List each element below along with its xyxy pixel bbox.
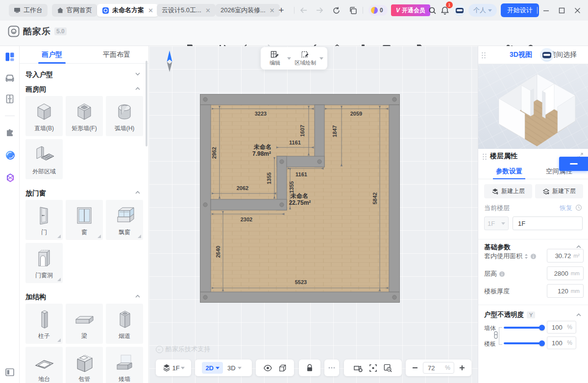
more-tools-handle[interactable] <box>324 359 339 376</box>
info-icon[interactable] <box>499 271 505 277</box>
camera-settings-icon[interactable] <box>351 361 365 374</box>
chevron-up-icon[interactable] <box>135 87 140 92</box>
info-icon[interactable] <box>530 253 537 260</box>
tab-3d-view[interactable]: 3D视图 <box>510 46 532 64</box>
tool-bay-window[interactable]: 飘窗 <box>106 200 143 240</box>
new-upper-floor-button[interactable]: 新建上层 <box>484 184 532 198</box>
drag-handle-icon[interactable] <box>482 153 487 160</box>
start-design-button[interactable]: 开始设计 <box>501 3 539 17</box>
panel-toggle-icon[interactable] <box>5 367 15 377</box>
tab-homepage[interactable]: 官网首页 <box>52 4 97 17</box>
nav-back-icon[interactable] <box>299 5 309 15</box>
mode-2d-button[interactable]: 2D <box>202 362 223 374</box>
plugins-icon[interactable] <box>5 127 15 137</box>
wall-opacity-field[interactable]: % <box>547 321 576 334</box>
north-compass-icon[interactable] <box>166 50 173 72</box>
new-tab-button[interactable]: + <box>274 4 288 17</box>
floor-height-field[interactable]: mm <box>547 266 584 280</box>
close-tab-icon[interactable]: ✕ <box>205 7 211 14</box>
wall-opacity-input[interactable] <box>551 323 567 332</box>
search-icon[interactable] <box>427 5 437 15</box>
new-lower-floor-button[interactable]: 新建下层 <box>535 184 583 198</box>
section-add-structure[interactable]: 加结构 <box>25 293 46 302</box>
window-maximize-button[interactable] <box>557 5 566 15</box>
refresh-icon[interactable] <box>331 5 341 15</box>
account-menu[interactable]: 个人 <box>468 4 497 17</box>
region-draw-tool[interactable]: 区域绘制 <box>293 50 318 67</box>
slab-thickness-input[interactable] <box>551 287 569 295</box>
copy-page-icon[interactable] <box>348 5 358 15</box>
panel-scrollbar[interactable] <box>146 61 147 146</box>
tab-plane-layout[interactable]: 平面布置 <box>84 46 149 64</box>
visibility-eye-icon[interactable] <box>261 361 274 374</box>
slab-opacity-slider[interactable] <box>504 342 542 344</box>
cube-view-icon[interactable] <box>275 361 289 374</box>
section-draw-rooms[interactable]: 画房间 <box>25 85 46 94</box>
edit-tool[interactable]: 编辑 <box>265 50 285 67</box>
chevron-down-icon[interactable] <box>135 72 140 77</box>
floorplan-drawing[interactable]: 3223 2059 1607 1847 1161 2962 1355 2062 … <box>200 94 400 303</box>
usable-area-input[interactable] <box>551 252 572 260</box>
floor-selector[interactable]: 1F <box>156 359 191 376</box>
drag-handle-icon[interactable] <box>481 52 486 59</box>
slider-knob[interactable] <box>539 325 545 331</box>
3d-preview[interactable] <box>478 64 588 149</box>
tool-beam[interactable]: 梁 <box>66 304 103 344</box>
window-minimize-button[interactable] <box>541 5 551 15</box>
restore-link[interactable]: 恢复 <box>560 204 572 213</box>
tab-2026-interior[interactable]: 2026室内装修... ✕ <box>216 4 280 17</box>
wall-opacity-slider[interactable] <box>504 327 542 329</box>
floor-select[interactable]: 1F <box>484 216 509 230</box>
focus-center-icon[interactable] <box>366 361 380 374</box>
tab-unnamed-plan[interactable]: 未命名方案 ✕ <box>97 4 158 17</box>
collapse-flyout-button[interactable] <box>559 157 588 171</box>
chevron-up-icon[interactable] <box>135 294 140 299</box>
tool-column[interactable]: 柱子 <box>25 304 63 344</box>
tool-arc-wall[interactable]: 弧墙(H) <box>106 96 143 136</box>
mode-3d-button[interactable]: 3D <box>224 362 245 374</box>
tab-workbench[interactable]: 工作台 <box>9 4 48 17</box>
tool-opening[interactable]: 门窗洞 <box>25 243 63 283</box>
zoom-area-icon[interactable] <box>381 361 394 374</box>
floorplan-canvas[interactable]: 编辑 区域绘制 <box>149 46 478 383</box>
tool-flue[interactable]: 烟道 <box>106 304 143 344</box>
link-sliders-icon[interactable] <box>493 331 499 339</box>
assistant-avatar[interactable] <box>540 48 554 62</box>
slider-knob[interactable] <box>539 340 545 346</box>
slab-opacity-input[interactable] <box>551 339 567 347</box>
tool-door[interactable]: 门 <box>25 200 63 240</box>
tab-cloud-design[interactable]: 云设计5.0工... ✕ <box>157 4 216 17</box>
floor-name-field[interactable] <box>513 216 583 230</box>
lock-icon[interactable] <box>303 361 317 374</box>
coin-balance[interactable]: 0 <box>368 5 388 16</box>
furnish-mode-icon[interactable] <box>5 73 15 83</box>
chevron-down-icon[interactable] <box>319 57 323 60</box>
close-tab-icon[interactable]: ✕ <box>148 7 153 14</box>
nav-forward-icon[interactable] <box>315 5 324 15</box>
tab-draw-floorplan[interactable]: 画户型 <box>20 46 84 64</box>
history-clock-icon[interactable] <box>575 204 582 211</box>
tool-platform[interactable]: 地台 <box>25 347 63 383</box>
custom-cabinet-icon[interactable] <box>5 94 15 104</box>
section-import-floorplan[interactable]: 导入户型 <box>25 71 53 79</box>
tool-window[interactable]: 窗 <box>66 200 103 240</box>
floor-name-input[interactable] <box>517 219 578 228</box>
kujiale-logo[interactable]: 酷家乐 5.0 <box>8 25 67 37</box>
usable-area-field[interactable]: m² <box>547 249 584 263</box>
tool-low-wall[interactable]: 矮墙 <box>106 347 143 383</box>
chevron-down-icon[interactable] <box>287 57 291 60</box>
chevron-up-icon[interactable] <box>135 191 140 195</box>
zoom-level-input[interactable] <box>427 364 441 372</box>
tool-rect-wall[interactable]: 矩形墙(F) <box>66 96 103 136</box>
tool-pipe-wrap[interactable]: 包管 <box>66 347 103 383</box>
sort-arrows-icon[interactable] <box>524 254 528 259</box>
section-doors-windows[interactable]: 放门窗 <box>25 189 46 198</box>
vip-upgrade-button[interactable]: V 开通会员 <box>391 4 430 16</box>
tool-outdoor-area[interactable]: 外部区域 <box>25 139 63 179</box>
modeling-icon[interactable] <box>5 172 15 182</box>
floorplan-mode-icon[interactable] <box>5 52 15 62</box>
zoom-out-button[interactable] <box>411 361 419 374</box>
window-close-button[interactable] <box>572 5 582 15</box>
assistant-avatar[interactable] <box>454 4 466 16</box>
zoom-in-button[interactable] <box>458 361 466 374</box>
